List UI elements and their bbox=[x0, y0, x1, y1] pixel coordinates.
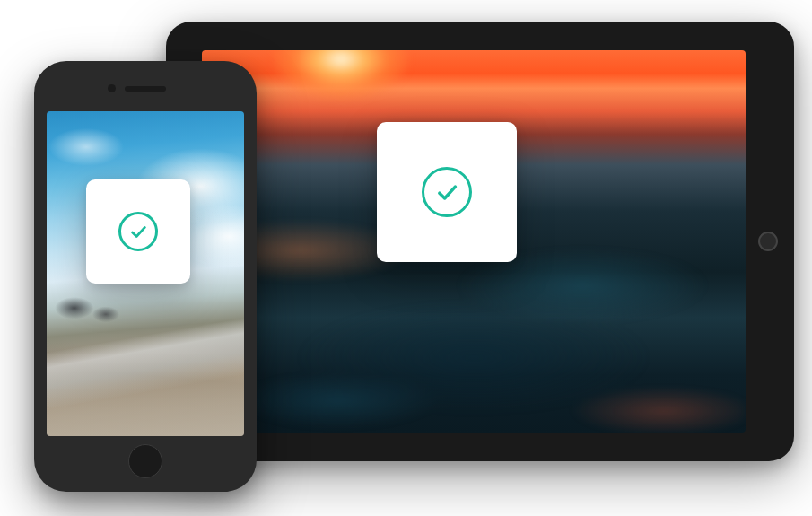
checkmark-circle-icon bbox=[422, 167, 472, 217]
checkmark-circle-icon bbox=[118, 212, 158, 251]
checkmark-icon bbox=[128, 222, 148, 241]
phone-camera bbox=[108, 84, 116, 92]
checkmark-icon bbox=[434, 179, 459, 205]
tablet-status-card bbox=[377, 122, 517, 262]
phone-speaker bbox=[125, 86, 166, 92]
tablet-home-button[interactable] bbox=[758, 232, 778, 251]
phone-status-card bbox=[86, 179, 190, 284]
phone-home-button[interactable] bbox=[128, 444, 162, 478]
